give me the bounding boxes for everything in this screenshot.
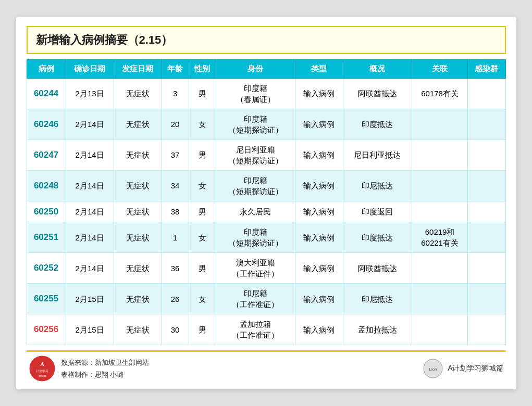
cell-case: 60252 xyxy=(27,253,66,284)
cell-related: 60178有关 xyxy=(412,78,468,109)
cell-gender: 女 xyxy=(189,109,216,139)
cell-case: 60244 xyxy=(27,78,66,109)
svg-text:计划学习: 计划学习 xyxy=(36,370,48,373)
cell-related xyxy=(412,139,468,170)
footer-left: A 计划学习 狮城篇 数据来源：新加坡卫生部网站 表格制作：思翔·小璐 xyxy=(29,355,149,382)
cell-case: 60248 xyxy=(27,170,66,201)
footer: A 计划学习 狮城篇 数据来源：新加坡卫生部网站 表格制作：思翔·小璐 Lion… xyxy=(27,350,506,382)
cell-onset_date: 无症状 xyxy=(114,253,162,284)
cell-type: 输入病例 xyxy=(295,109,343,139)
footer-brand-icon: Lion xyxy=(423,358,443,379)
cell-cluster xyxy=(468,78,505,109)
table-row: 602462月14日无症状20女印度籍（短期探访证）输入病例印度抵达 xyxy=(27,109,505,139)
cell-type: 输入病例 xyxy=(295,170,343,201)
page-title: 新增输入病例摘要（2.15） xyxy=(36,33,173,46)
table-row: 602482月14日无症状34女印尼籍（短期探访证）输入病例印尼抵达 xyxy=(27,170,505,201)
cell-overview: 尼日利亚抵达 xyxy=(343,139,412,170)
cell-confirm_date: 2月14日 xyxy=(66,201,114,222)
cell-cluster xyxy=(468,170,505,201)
svg-text:Lion: Lion xyxy=(429,367,437,372)
cell-gender: 男 xyxy=(189,314,216,345)
col-header-6: 类型 xyxy=(295,59,343,78)
cell-onset_date: 无症状 xyxy=(114,222,162,253)
cell-onset_date: 无症状 xyxy=(114,139,162,170)
cell-overview: 印度抵达 xyxy=(343,222,412,253)
cell-overview: 阿联酋抵达 xyxy=(343,253,412,284)
cell-age: 34 xyxy=(162,170,189,201)
col-header-1: 确诊日期 xyxy=(66,59,114,78)
footer-text: 数据来源：新加坡卫生部网站 表格制作：思翔·小璐 xyxy=(61,357,149,381)
cell-gender: 女 xyxy=(189,284,216,314)
cell-age: 36 xyxy=(162,253,189,284)
cell-related: 60219和60221有关 xyxy=(412,222,468,253)
cell-cluster xyxy=(468,314,505,345)
cell-age: 26 xyxy=(162,284,189,314)
cell-cluster xyxy=(468,284,505,314)
col-header-8: 关联 xyxy=(412,59,468,78)
cell-gender: 女 xyxy=(189,222,216,253)
col-header-4: 性别 xyxy=(189,59,216,78)
cell-identity: 孟加拉籍（工作准证） xyxy=(216,314,295,345)
cell-age: 3 xyxy=(162,78,189,109)
cell-cluster xyxy=(468,201,505,222)
cell-related xyxy=(412,253,468,284)
table-row: 602552月15日无症状26女印尼籍（工作准证）输入病例印尼抵达 xyxy=(27,284,505,314)
cell-confirm_date: 2月15日 xyxy=(66,284,114,314)
cell-type: 输入病例 xyxy=(295,284,343,314)
cell-identity: 印度籍（春属证） xyxy=(216,78,295,109)
cell-identity: 印度籍（短期探访证） xyxy=(216,222,295,253)
col-header-3: 年龄 xyxy=(162,59,189,78)
cell-confirm_date: 2月15日 xyxy=(66,314,114,345)
cell-type: 输入病例 xyxy=(295,314,343,345)
footer-logo-icon: A 计划学习 狮城篇 xyxy=(29,355,56,382)
cell-age: 20 xyxy=(162,109,189,139)
cell-related xyxy=(412,109,468,139)
cell-gender: 男 xyxy=(189,139,216,170)
cell-age: 37 xyxy=(162,139,189,170)
table-row: 602512月14日无症状1女印度籍（短期探访证）输入病例印度抵达60219和6… xyxy=(27,222,505,253)
cell-identity: 印度籍（短期探访证） xyxy=(216,109,295,139)
table-row: 602502月14日无症状38男永久居民输入病例印度返回 xyxy=(27,201,505,222)
cell-case: 60250 xyxy=(27,201,66,222)
cell-related xyxy=(412,170,468,201)
cell-onset_date: 无症状 xyxy=(114,109,162,139)
cell-onset_date: 无症状 xyxy=(114,314,162,345)
cell-onset_date: 无症状 xyxy=(114,170,162,201)
cell-case: 60247 xyxy=(27,139,66,170)
cell-onset_date: 无症状 xyxy=(114,284,162,314)
col-header-7: 概况 xyxy=(343,59,412,78)
cell-overview: 孟加拉抵达 xyxy=(343,314,412,345)
table-body: 602442月13日无症状3男印度籍（春属证）输入病例阿联酋抵达60178有关6… xyxy=(27,78,505,345)
col-header-0: 病例 xyxy=(27,59,66,78)
cell-related xyxy=(412,314,468,345)
svg-point-0 xyxy=(29,356,55,382)
cell-cluster xyxy=(468,253,505,284)
cell-case: 60246 xyxy=(27,109,66,139)
cell-cluster xyxy=(468,109,505,139)
cell-onset_date: 无症状 xyxy=(114,78,162,109)
cell-type: 输入病例 xyxy=(295,222,343,253)
cell-identity: 印尼籍（短期探访证） xyxy=(216,170,295,201)
cell-type: 输入病例 xyxy=(295,78,343,109)
cell-overview: 印度返回 xyxy=(343,201,412,222)
svg-text:A: A xyxy=(40,361,44,367)
card: 新增输入病例摘要（2.15） 病例确诊日期发症日期年龄性别身份类型概况关联感染群… xyxy=(16,17,516,390)
cell-type: 输入病例 xyxy=(295,253,343,284)
title-bar: 新增输入病例摘要（2.15） xyxy=(27,26,506,54)
table-row: 602562月15日无症状30男孟加拉籍（工作准证）输入病例孟加拉抵达 xyxy=(27,314,505,345)
cell-type: 输入病例 xyxy=(295,139,343,170)
col-header-5: 身份 xyxy=(216,59,295,78)
footer-right: Lion A计划学习狮城篇 xyxy=(423,358,503,379)
cell-related xyxy=(412,284,468,314)
cell-confirm_date: 2月14日 xyxy=(66,109,114,139)
cell-overview: 印度抵达 xyxy=(343,109,412,139)
footer-source: 数据来源：新加坡卫生部网站 xyxy=(61,357,149,369)
col-header-2: 发症日期 xyxy=(114,59,162,78)
table-row: 602442月13日无症状3男印度籍（春属证）输入病例阿联酋抵达60178有关 xyxy=(27,78,505,109)
footer-brand-label: A计划学习狮城篇 xyxy=(448,364,503,373)
cell-age: 38 xyxy=(162,201,189,222)
cell-identity: 永久居民 xyxy=(216,201,295,222)
cell-type: 输入病例 xyxy=(295,201,343,222)
cell-cluster xyxy=(468,139,505,170)
cell-case: 60255 xyxy=(27,284,66,314)
